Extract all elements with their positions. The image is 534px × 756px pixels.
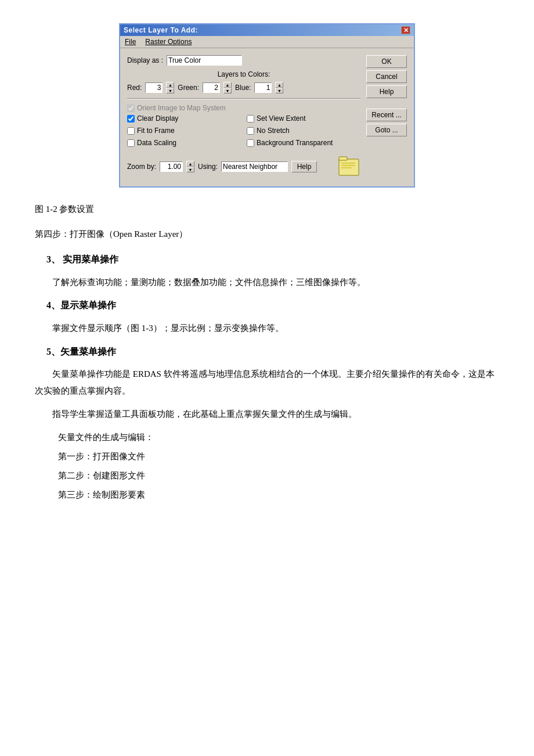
blue-spinner-buttons[interactable]: ▲ ▼ (275, 82, 283, 93)
orient-image-row: Orient Image to Map System (127, 104, 360, 112)
fit-to-frame-row: Fit to Frame (127, 127, 241, 135)
nearest-neighbor-select[interactable]: Nearest Neighbor Bilinear Cubic Convolut… (221, 161, 288, 172)
raster-options-menu-item[interactable]: Raster Options (143, 37, 194, 46)
dialog-sidebar: OK Cancel Help Recent ... Goto ... (366, 55, 407, 179)
section3-para: 了解光标查询功能；量测功能；数据叠加功能；文件信息操作；三维图像操作等。 (35, 274, 499, 291)
clear-display-checkbox[interactable] (127, 115, 135, 123)
no-stretch-row: No Stretch (247, 127, 360, 135)
data-scaling-label: Data Scaling (137, 139, 176, 147)
no-stretch-label: No Stretch (257, 127, 290, 135)
svg-rect-3 (341, 165, 355, 166)
goto-button[interactable]: Goto ... (366, 124, 407, 136)
orient-image-label: Orient Image to Map System (137, 104, 226, 112)
section5-para1: 矢量菜单操作功能是 ERDAS 软件将遥感与地理信息系统相结合的一个体现。主要介… (35, 366, 499, 399)
red-down-button[interactable]: ▼ (166, 88, 174, 93)
step4-text: 第四步：打开图像（Open Raster Layer） (35, 226, 499, 242)
layers-to-colors-label: Layers to Colors: (127, 70, 360, 78)
help-zoom-button[interactable]: Help (291, 161, 317, 172)
red-input[interactable]: 3 (145, 82, 163, 93)
display-as-select-wrapper: True Color Grayscale Pseudo Color (167, 55, 242, 66)
background-transparent-checkbox[interactable] (247, 139, 254, 147)
section5-heading: 5、矢量菜单操作 (46, 344, 499, 361)
green-up-button[interactable]: ▲ (223, 82, 232, 88)
svg-rect-4 (341, 167, 352, 168)
dialog-titlebar: Select Layer To Add: ✕ (120, 24, 414, 36)
section4-heading: 4、显示菜单操作 (46, 297, 499, 314)
red-spinner-buttons[interactable]: ▲ ▼ (166, 82, 174, 93)
zoom-up-button[interactable]: ▲ (186, 161, 194, 167)
green-spinner-buttons[interactable]: ▲ ▼ (223, 82, 232, 93)
display-as-select[interactable]: True Color Grayscale Pseudo Color (167, 55, 242, 66)
set-view-extent-label: Set View Extent (257, 114, 306, 123)
fit-to-frame-checkbox[interactable] (127, 127, 135, 135)
dialog-wrapper: Select Layer To Add: ✕ File Raster Optio… (35, 23, 499, 188)
dialog-body: Display as : True Color Grayscale Pseudo… (120, 48, 414, 186)
ok-button[interactable]: OK (366, 55, 407, 68)
background-transparent-label: Background Transparent (257, 139, 333, 147)
blue-down-button[interactable]: ▼ (275, 88, 283, 93)
clear-display-row: Clear Display (127, 114, 241, 123)
rgb-row: Red: 3 ▲ ▼ Green: 2 ▲ ▼ Blue: 1 ▲ (127, 82, 360, 93)
background-transparent-row: Background Transparent (247, 139, 360, 147)
zoom-by-label: Zoom by: (127, 163, 156, 171)
recent-button[interactable]: Recent ... (366, 109, 407, 121)
set-view-extent-checkbox[interactable] (247, 115, 254, 123)
zoom-down-button[interactable]: ▼ (186, 167, 194, 172)
nearest-neighbor-select-wrapper: Nearest Neighbor Bilinear Cubic Convolut… (221, 161, 288, 172)
cancel-button[interactable]: Cancel (366, 70, 407, 83)
zoom-row: Zoom by: 1.00 ▲ ▼ Using: Nearest Neighbo… (127, 154, 360, 179)
divider1 (127, 98, 360, 99)
data-scaling-row: Data Scaling (127, 139, 241, 147)
no-stretch-checkbox[interactable] (247, 127, 254, 135)
display-as-row: Display as : True Color Grayscale Pseudo… (127, 55, 360, 66)
select-layer-dialog: Select Layer To Add: ✕ File Raster Optio… (119, 23, 415, 188)
dialog-main: Display as : True Color Grayscale Pseudo… (127, 55, 360, 179)
dialog-menubar: File Raster Options (120, 36, 414, 48)
dialog-title: Select Layer To Add: (124, 26, 198, 34)
clear-display-label: Clear Display (137, 114, 178, 123)
red-label: Red: (127, 84, 142, 92)
zoom-spinner-buttons[interactable]: ▲ ▼ (186, 161, 194, 172)
red-up-button[interactable]: ▲ (166, 82, 174, 88)
sub-intro: 矢量文件的生成与编辑： (58, 430, 499, 445)
svg-rect-1 (339, 157, 347, 160)
fit-to-frame-label: Fit to Frame (137, 127, 175, 135)
zoom-by-input[interactable]: 1.00 (160, 161, 183, 172)
data-scaling-checkbox[interactable] (127, 139, 135, 147)
green-down-button[interactable]: ▼ (223, 88, 232, 93)
set-view-extent-row: Set View Extent (247, 114, 360, 123)
sub-step2: 第二步：创建图形文件 (58, 468, 499, 484)
doc-content: 图 1-2 参数设置 第四步：打开图像（Open Raster Layer） 3… (35, 201, 499, 503)
section5-para2: 指导学生掌握适量工具面板功能，在此基础上重点掌握矢量文件的生成与编辑。 (35, 406, 499, 423)
sub-step3: 第三步：绘制图形要素 (58, 487, 499, 503)
orient-image-checkbox[interactable] (127, 105, 135, 112)
figure-caption: 图 1-2 参数设置 (35, 201, 499, 217)
section4-para: 掌握文件显示顺序（图 1-3）；显示比例；显示变换操作等。 (35, 320, 499, 337)
dialog-close-button[interactable]: ✕ (401, 26, 410, 34)
file-menu-item[interactable]: File (122, 37, 138, 46)
blue-input[interactable]: 1 (254, 82, 272, 93)
help-button[interactable]: Help (366, 85, 407, 98)
green-label: Green: (178, 84, 199, 92)
using-label: Using: (198, 163, 218, 171)
blue-label: Blue: (235, 84, 251, 92)
green-input[interactable]: 2 (203, 82, 220, 93)
svg-rect-2 (341, 163, 355, 164)
file-icon (337, 154, 360, 179)
section3-heading: 3、 实用菜单操作 (46, 251, 499, 268)
checkboxes-grid: Clear Display Set View Extent Fit to Fra… (127, 114, 360, 149)
sub-step1: 第一步：打开图像文件 (58, 449, 499, 465)
blue-up-button[interactable]: ▲ (275, 82, 283, 88)
display-as-label: Display as : (127, 56, 163, 64)
